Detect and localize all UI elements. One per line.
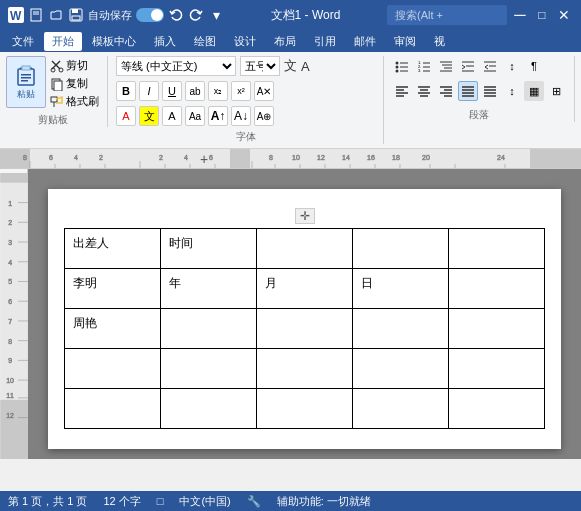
table-cell[interactable] [449,309,545,349]
search-input[interactable] [387,5,507,25]
table-cell[interactable] [257,229,353,269]
table-cell[interactable] [257,349,353,389]
word-logo-icon: W [8,7,24,23]
table-cell[interactable] [353,309,449,349]
font-size-select[interactable]: 五号 [240,56,280,76]
menu-view[interactable]: 视 [426,32,453,51]
paste-button[interactable]: 粘贴 [6,56,46,108]
svg-rect-102 [0,173,27,183]
svg-text:10: 10 [292,154,300,161]
cut-button[interactable]: 剪切 [50,58,99,73]
auto-save-toggle[interactable] [136,8,164,22]
text-color-button[interactable]: A [162,106,182,126]
svg-text:8: 8 [8,338,12,345]
highlight-button[interactable]: 文 [139,106,159,126]
table-cell[interactable] [449,229,545,269]
bold-button[interactable]: B [116,81,136,101]
close-button[interactable]: ✕ [555,6,573,24]
open-icon[interactable] [48,7,64,23]
align-justify-button[interactable] [458,81,478,101]
svg-point-26 [396,70,399,73]
table-cell[interactable] [449,389,545,429]
numbering-button[interactable]: 1.2.3. [414,56,434,76]
table-cell[interactable]: 周艳 [65,309,161,349]
font-grow-icon[interactable]: A [301,59,310,74]
svg-rect-13 [21,80,28,82]
table-cell[interactable]: 日 [353,269,449,309]
table-cell[interactable] [257,389,353,429]
strikethrough-button[interactable]: ab [185,81,205,101]
word-count: 12 个字 [103,494,140,509]
table-cell[interactable] [65,389,161,429]
svg-text:24: 24 [497,154,505,161]
new-doc-icon[interactable] [28,7,44,23]
borders-button[interactable]: ⊞ [546,81,566,101]
italic-button[interactable]: I [139,81,159,101]
clipboard-actions: 剪切 复制 格式刷 [50,56,99,109]
shading-button[interactable]: ▦ [524,81,544,101]
table-cell[interactable] [449,269,545,309]
font-size-up[interactable]: A↑ [208,106,228,126]
menu-template[interactable]: 模板中心 [84,32,144,51]
table-cell[interactable] [161,349,257,389]
menu-ref[interactable]: 引用 [306,32,344,51]
menu-home[interactable]: 开始 [44,32,82,51]
menu-design[interactable]: 设计 [226,32,264,51]
underline-button[interactable]: U [162,81,182,101]
sort-button[interactable]: ↕ [502,56,522,76]
subscript-button[interactable]: x₂ [208,81,228,101]
font-name-select[interactable]: 等线 (中文正文) [116,56,236,76]
font-size-down[interactable]: A↓ [231,106,251,126]
text-effect-button[interactable]: A⊕ [254,106,274,126]
undo-icon[interactable] [168,7,184,23]
align-center-button[interactable] [414,81,434,101]
distribute-button[interactable] [480,81,500,101]
menu-insert[interactable]: 插入 [146,32,184,51]
clear-format-button[interactable]: A✕ [254,81,274,101]
increase-indent[interactable] [480,56,500,76]
scissors-icon [50,59,64,73]
show-marks-button[interactable]: ¶ [524,56,544,76]
format-paint-button[interactable]: 格式刷 [50,94,99,109]
redo-icon[interactable] [188,7,204,23]
line-spacing-button[interactable]: ↕ [502,81,522,101]
font-row1: 等线 (中文正文) 五号 文 A [116,56,375,76]
align-left-button[interactable] [392,81,412,101]
superscript-button[interactable]: x² [231,81,251,101]
decrease-indent[interactable] [458,56,478,76]
minimize-button[interactable]: ─ [511,6,529,24]
table-cell[interactable] [353,229,449,269]
menu-review[interactable]: 审阅 [386,32,424,51]
table-cell[interactable] [449,349,545,389]
table-cell[interactable]: 时间 [161,229,257,269]
table-cell[interactable] [257,309,353,349]
table-cell[interactable]: 出差人 [65,229,161,269]
font-row3: A 文 A Aa A↑ A↓ A⊕ [116,106,375,126]
menu-draw[interactable]: 绘图 [186,32,224,51]
menu-file[interactable]: 文件 [4,32,42,51]
multilevel-button[interactable] [436,56,456,76]
menu-layout[interactable]: 布局 [266,32,304,51]
table-cell[interactable]: 李明 [65,269,161,309]
menu-mail[interactable]: 邮件 [346,32,384,51]
add-column-icon[interactable]: + [200,151,208,167]
text-case-button[interactable]: Aa [185,106,205,126]
table-cell[interactable] [353,389,449,429]
copy-button[interactable]: 复制 [50,76,99,91]
maximize-button[interactable]: □ [533,6,551,24]
table-add-icon[interactable]: ✛ [295,208,315,224]
svg-text:1: 1 [8,200,12,207]
table-cell[interactable] [353,349,449,389]
bullets-button[interactable] [392,56,412,76]
font-color-button[interactable]: A [116,106,136,126]
table-cell[interactable] [161,309,257,349]
table-cell[interactable]: 年 [161,269,257,309]
align-right-button[interactable] [436,81,456,101]
title-right: ─ □ ✕ [387,5,573,25]
horizontal-ruler: 8 6 4 2 2 4 6 8 10 12 14 16 18 [0,149,581,169]
table-cell[interactable] [161,389,257,429]
more-icon[interactable]: ▾ [208,7,224,23]
table-cell[interactable] [65,349,161,389]
table-cell[interactable]: 月 [257,269,353,309]
save-icon[interactable] [68,7,84,23]
